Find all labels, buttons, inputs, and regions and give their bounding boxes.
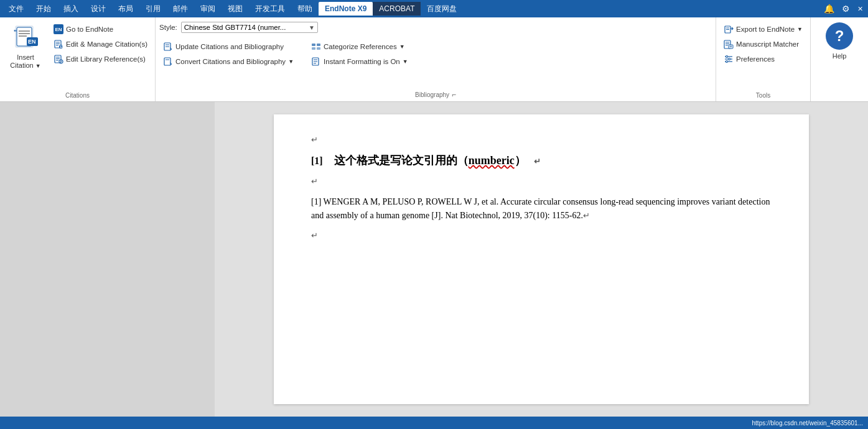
edit-library-icon (54, 54, 63, 64)
document-heading: [1] 这个格式是写论文引用的（numberic） ↵ (311, 152, 772, 170)
menu-start[interactable]: 开始 (30, 1, 57, 17)
tools-group: Export to EndNote ▼ (716, 17, 811, 101)
svg-rect-28 (317, 47, 320, 50)
menu-mail[interactable]: 邮件 (167, 1, 194, 17)
menu-layout[interactable]: 布局 (112, 1, 139, 17)
tools-group-label: Tools (720, 90, 806, 101)
bib-left-col: Update Citations and Bibliography Conver… (159, 37, 297, 68)
update-citations-button[interactable]: Update Citations and Bibliography (159, 40, 297, 53)
edit-manage-icon: EN (54, 39, 63, 49)
svg-rect-26 (312, 47, 315, 50)
para-mark-heading: ↵ (534, 157, 541, 166)
menu-bar: 文件 开始 插入 设计 布局 引用 邮件 审阅 视图 开发工具 帮助 EndNo… (0, 0, 868, 17)
menu-acrobat[interactable]: ACROBAT (373, 2, 421, 16)
citations-group-label: Citations (4, 90, 151, 101)
insert-citation-button[interactable]: EN " Insert Citation ▼ (4, 20, 47, 72)
svg-rect-27 (317, 44, 320, 46)
menu-dev-tools[interactable]: 开发工具 (249, 1, 291, 17)
edit-manage-citations-button[interactable]: EN Edit & Manage Citation(s) (50, 37, 151, 51)
preferences-button[interactable]: Preferences (720, 52, 806, 66)
style-dropdown-arrow: ▼ (306, 24, 315, 31)
edit-library-ref-button[interactable]: Edit Library Reference(s) (50, 52, 151, 66)
categorize-references-button[interactable]: Categorize References ▼ (307, 40, 412, 53)
menu-view[interactable]: 视图 (222, 1, 249, 17)
convert-icon (163, 57, 173, 67)
svg-text:EN: EN (60, 45, 64, 48)
gear-icon[interactable]: ⚙ (839, 2, 852, 15)
style-label: Style: (159, 24, 177, 31)
help-icon: ? (826, 22, 853, 50)
manuscript-matcher-button[interactable]: Manuscript Matcher (720, 37, 806, 51)
document-page-area: ↵ [1] 这个格式是写论文引用的（numberic） ↵ ↵ [1] WENG… (215, 102, 868, 417)
endnote-icon: EN (54, 24, 63, 34)
svg-point-47 (729, 58, 730, 60)
instant-formatting-button[interactable]: Instant Formatting is On ▼ (307, 55, 412, 68)
help-button[interactable]: ? Help (818, 20, 861, 62)
menu-references[interactable]: 引用 (139, 1, 167, 17)
svg-rect-40 (729, 45, 733, 48)
svg-text:": " (14, 29, 17, 36)
bibliography-group-label: Bibliography ⌐ (159, 89, 712, 101)
heading-text: 这个格式是写论文引用的（numberic） (334, 154, 526, 167)
citations-small-buttons: EN Go to EndNote EN Edit (50, 20, 151, 66)
categorize-icon (311, 42, 321, 52)
preferences-icon (724, 54, 734, 64)
ribbon: EN " Insert Citation ▼ EN Go to EndNote (0, 17, 868, 102)
style-select-value: Chinese Std GBT7714 (numer... (184, 24, 306, 31)
bell-icon[interactable]: 🔔 (821, 2, 837, 15)
style-select[interactable]: Chinese Std GBT7714 (numer... ▼ (181, 22, 318, 33)
insert-citation-label: Insert Citation ▼ (10, 53, 40, 70)
para-mark-2: ↵ (311, 177, 318, 186)
para-mark-3: ↵ (311, 231, 318, 240)
bibliography-group: Style: Chinese Std GBT7714 (numer... ▼ (156, 17, 716, 101)
instant-format-icon (311, 57, 321, 67)
heading-ref-num: [1] (311, 155, 323, 166)
svg-point-48 (726, 61, 728, 63)
convert-citations-button[interactable]: Convert Citations and Bibliography ▼ (159, 55, 297, 68)
menu-endnote[interactable]: EndNote X9 (319, 2, 373, 16)
document-page: ↵ [1] 这个格式是写论文引用的（numberic） ↵ ↵ [1] WENG… (274, 114, 809, 404)
para-mark-ref: ↵ (583, 211, 590, 220)
numberic-text: numberic (469, 154, 515, 167)
help-label: Help (833, 52, 847, 60)
reference-text: [1] WENGER A M, PELUSO P, ROWELL W J, et… (311, 197, 770, 220)
citations-group: EN " Insert Citation ▼ EN Go to EndNote (0, 17, 156, 101)
help-group: ? Help (811, 17, 868, 101)
menu-insert[interactable]: 插入 (57, 1, 85, 17)
go-to-endnote-button[interactable]: EN Go to EndNote (50, 22, 151, 36)
export-endnote-button[interactable]: Export to EndNote ▼ (720, 22, 806, 36)
menu-file[interactable]: 文件 (2, 1, 30, 17)
update-icon (163, 42, 173, 52)
status-url: https://blog.csdn.net/weixin_45835601... (752, 420, 863, 427)
document-reference: [1] WENGER A M, PELUSO P, ROWELL W J, et… (311, 195, 772, 223)
close-icon[interactable]: ✕ (855, 4, 866, 14)
svg-rect-25 (312, 44, 315, 46)
manuscript-icon (724, 39, 734, 49)
svg-point-46 (726, 56, 728, 58)
document-sidebar (0, 102, 215, 417)
export-icon (724, 24, 734, 34)
style-row: Style: Chinese Std GBT7714 (numer... ▼ (159, 20, 712, 35)
insert-citation-icon: EN " (11, 22, 40, 52)
tools-col: Export to EndNote ▼ (720, 20, 806, 90)
svg-rect-23 (164, 58, 170, 65)
bib-right-col: Categorize References ▼ Insta (307, 37, 412, 68)
menu-baidu[interactable]: 百度网盘 (421, 1, 463, 17)
menu-help[interactable]: 帮助 (291, 1, 319, 17)
svg-text:EN: EN (28, 39, 36, 45)
para-mark-1: ↵ (311, 135, 318, 144)
menu-design[interactable]: 设计 (85, 1, 112, 17)
menu-review[interactable]: 审阅 (194, 1, 222, 17)
document-container: ↵ [1] 这个格式是写论文引用的（numberic） ↵ ↵ [1] WENG… (0, 102, 868, 417)
status-bar: https://blog.csdn.net/weixin_45835601... (0, 417, 868, 429)
bibliography-expand-icon[interactable]: ⌐ (452, 90, 456, 99)
